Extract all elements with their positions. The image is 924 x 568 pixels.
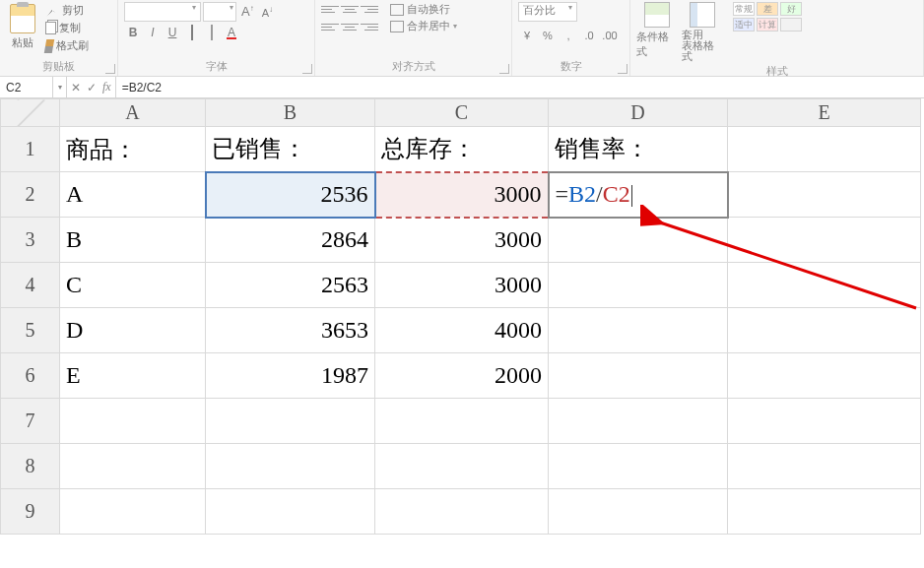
- font-color-button[interactable]: A: [223, 26, 240, 43]
- cell-C5[interactable]: 4000: [375, 308, 549, 353]
- cell-B9[interactable]: [206, 489, 375, 535]
- cell-D1[interactable]: 销售率：: [549, 127, 728, 172]
- cell-style-neutral[interactable]: 适中: [733, 18, 755, 32]
- cell-B6[interactable]: 1987: [206, 353, 375, 399]
- format-painter-button[interactable]: 格式刷: [43, 37, 91, 54]
- merge-center-button[interactable]: 合并居中▾: [390, 19, 457, 33]
- cell-D3[interactable]: [549, 218, 728, 263]
- row-header-1[interactable]: 1: [1, 127, 60, 172]
- cell-B8[interactable]: [206, 444, 375, 489]
- row-header-6[interactable]: 6: [1, 353, 60, 399]
- cell-A9[interactable]: [60, 489, 206, 535]
- col-header-D[interactable]: D: [549, 99, 728, 127]
- cell-D2[interactable]: =B2/C2: [549, 172, 728, 218]
- cell-C8[interactable]: [375, 444, 549, 489]
- cell-C2[interactable]: 3000: [375, 172, 549, 218]
- cell-B3[interactable]: 2864: [206, 218, 375, 263]
- col-header-A[interactable]: A: [60, 99, 206, 127]
- cell-A1[interactable]: 商品：: [60, 127, 206, 172]
- wrap-text-button[interactable]: 自动换行: [390, 2, 457, 17]
- cell-D5[interactable]: [549, 308, 728, 353]
- conditional-format-button[interactable]: 条件格式: [636, 2, 678, 59]
- font-family-combo[interactable]: ▾: [124, 2, 201, 22]
- cell-C4[interactable]: 3000: [375, 263, 549, 308]
- cell-B2[interactable]: 2536: [206, 172, 375, 218]
- cell-E2[interactable]: [728, 172, 921, 218]
- cut-button[interactable]: 剪切: [43, 2, 91, 19]
- cell-A2[interactable]: A: [60, 172, 206, 218]
- row-header-3[interactable]: 3: [1, 218, 60, 263]
- cell-B5[interactable]: 3653: [206, 308, 375, 353]
- comma-button[interactable]: ,: [560, 30, 577, 41]
- number-dialog-launcher[interactable]: [618, 64, 627, 74]
- cell-E1[interactable]: [728, 127, 921, 172]
- cell-C9[interactable]: [375, 489, 549, 535]
- font-size-combo[interactable]: ▾: [203, 2, 236, 22]
- format-as-table-button[interactable]: 套用 表格格式: [682, 2, 723, 62]
- cell-D9[interactable]: [549, 489, 728, 535]
- increase-font-button[interactable]: A↑: [238, 4, 257, 19]
- col-header-C[interactable]: C: [375, 99, 549, 127]
- cell-A7[interactable]: [60, 399, 206, 444]
- cell-A4[interactable]: C: [60, 263, 206, 308]
- cell-E4[interactable]: [728, 263, 921, 308]
- cell-style-good[interactable]: 好: [780, 2, 802, 16]
- border-button[interactable]: [183, 26, 201, 43]
- cell-B1[interactable]: 已销售：: [206, 127, 375, 172]
- align-center-button[interactable]: [341, 20, 359, 33]
- name-box[interactable]: C2: [0, 77, 53, 97]
- cell-style-normal[interactable]: 常规: [733, 2, 755, 16]
- percent-button[interactable]: %: [539, 30, 557, 41]
- row-header-4[interactable]: 4: [1, 263, 60, 308]
- col-header-B[interactable]: B: [206, 99, 375, 127]
- cell-E6[interactable]: [728, 353, 921, 399]
- cell-D4[interactable]: [549, 263, 728, 308]
- cell-C1[interactable]: 总库存：: [375, 127, 549, 172]
- row-header-7[interactable]: 7: [1, 399, 60, 444]
- select-all-corner[interactable]: [1, 99, 60, 127]
- cell-E5[interactable]: [728, 308, 921, 353]
- cell-C3[interactable]: 3000: [375, 218, 549, 263]
- cell-B4[interactable]: 2563: [206, 263, 375, 308]
- row-header-5[interactable]: 5: [1, 308, 60, 353]
- row-header-8[interactable]: 8: [1, 444, 60, 489]
- cell-A5[interactable]: D: [60, 308, 206, 353]
- bold-button[interactable]: B: [124, 26, 142, 43]
- fx-button[interactable]: fx: [102, 80, 111, 95]
- name-box-dropdown[interactable]: ▾: [53, 77, 67, 97]
- underline-button[interactable]: U: [164, 26, 181, 43]
- cell-A8[interactable]: [60, 444, 206, 489]
- cell-style-more[interactable]: [780, 18, 802, 32]
- cell-style-calc[interactable]: 计算: [757, 18, 778, 32]
- confirm-formula-button[interactable]: ✓: [87, 81, 97, 95]
- align-left-button[interactable]: [321, 20, 339, 33]
- align-bottom-button[interactable]: [361, 2, 378, 16]
- copy-button[interactable]: 复制: [43, 20, 91, 36]
- cell-E3[interactable]: [728, 218, 921, 263]
- cell-D6[interactable]: [549, 353, 728, 399]
- cell-D8[interactable]: [549, 444, 728, 489]
- alignment-dialog-launcher[interactable]: [499, 64, 509, 74]
- number-format-combo[interactable]: 百分比▾: [518, 2, 577, 22]
- cell-C6[interactable]: 2000: [375, 353, 549, 399]
- clipboard-dialog-launcher[interactable]: [105, 64, 115, 74]
- cell-A6[interactable]: E: [60, 353, 206, 399]
- italic-button[interactable]: I: [144, 26, 162, 43]
- cell-E7[interactable]: [728, 399, 921, 444]
- cell-D7[interactable]: [549, 399, 728, 444]
- cancel-formula-button[interactable]: ✕: [71, 81, 81, 95]
- align-top-button[interactable]: [321, 2, 339, 16]
- row-header-2[interactable]: 2: [1, 172, 60, 218]
- paste-button[interactable]: 粘贴: [6, 2, 39, 57]
- decrease-decimal-button[interactable]: .00: [601, 30, 619, 41]
- cell-E9[interactable]: [728, 489, 921, 535]
- align-middle-button[interactable]: [341, 2, 359, 16]
- cell-style-bad[interactable]: 差: [757, 2, 778, 16]
- cell-B7[interactable]: [206, 399, 375, 444]
- cell-C7[interactable]: [375, 399, 549, 444]
- fill-color-button[interactable]: [203, 26, 221, 43]
- row-header-9[interactable]: 9: [1, 489, 60, 535]
- font-dialog-launcher[interactable]: [302, 64, 312, 74]
- align-right-button[interactable]: [361, 20, 378, 33]
- col-header-E[interactable]: E: [728, 99, 921, 127]
